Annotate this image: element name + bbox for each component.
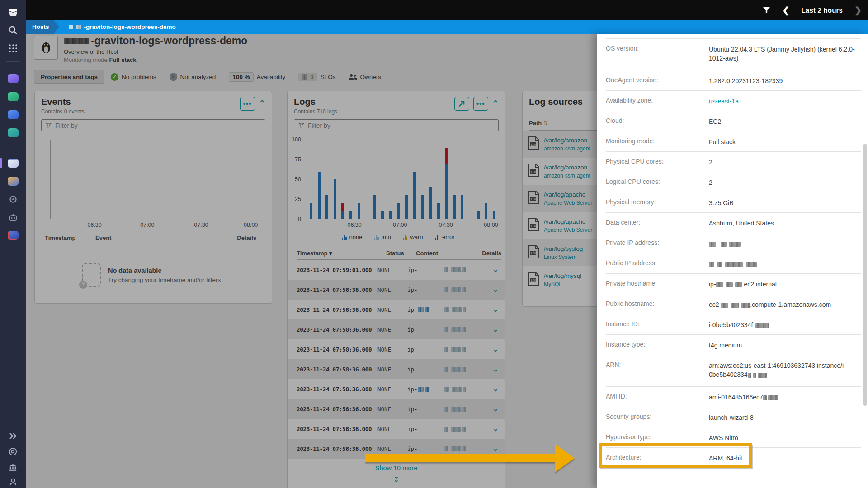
log-bar[interactable] [358,203,360,219]
col-timestamp[interactable]: Timestamp [45,235,95,241]
log-source-path[interactable]: /var/log/apache [544,218,592,225]
deployments-app-icon[interactable] [7,175,19,187]
user-profile-icon[interactable] [7,476,19,488]
row-expand-chevron-icon[interactable]: ⌄ [486,425,505,433]
network-app-icon[interactable] [7,230,19,241]
logs-filter[interactable] [294,119,499,131]
list-item[interactable]: LOG/var/log/amazonamazon-ssm-agent [523,158,597,185]
log-bar[interactable] [461,195,463,219]
row-expand-chevron-icon[interactable]: ⌄ [486,405,505,413]
infrastructure-app-icon[interactable] [7,73,19,84]
timeframe-back-icon[interactable]: ❮ [783,6,790,14]
log-bar[interactable] [318,172,321,219]
table-row[interactable]: 2023-11-24 07:58:36.000NONEip-.⌄ [288,280,505,300]
legend-item-info[interactable]: info [374,234,391,240]
log-source-path[interactable]: /var/log/apache [544,191,592,198]
list-item[interactable]: LOG/var/log/mysqlMySQL [523,266,597,293]
analysis-status[interactable]: Not analyzed [163,73,222,81]
list-item[interactable]: LOG/var/log/syslogLinux System [523,239,597,266]
row-expand-chevron-icon[interactable]: ⌄ [486,325,505,333]
col-path[interactable]: Path ⇅ [529,120,548,127]
expand-double-chevron-icon[interactable]: ⌄⌄ [288,474,505,482]
legend-item-none[interactable]: none [342,234,362,240]
settings-target-icon[interactable] [7,193,19,205]
log-bar[interactable] [493,211,495,219]
table-row[interactable]: 2023-11-24 07:58:36.000NONEip-.⌄ [288,300,505,319]
row-expand-chevron-icon[interactable]: ⌄ [486,305,505,314]
log-bar[interactable] [349,211,352,219]
log-bar[interactable] [477,211,480,219]
timeframe-selector[interactable]: Last 2 hours [801,6,843,14]
log-bar-error[interactable] [445,148,448,164]
availability-zone-link[interactable]: us-east-1a [709,98,739,105]
table-row[interactable]: 2023-11-24 07:58:36.000NONEip-.⌄ [288,379,505,399]
expand-sidebar-icon[interactable] [7,430,19,442]
tab-properties-and-tags[interactable]: Properties and tags [34,70,104,84]
row-expand-chevron-icon[interactable]: ⌄ [486,385,505,393]
list-item[interactable]: LOG/var/log/apacheApache Web Server [523,185,597,212]
table-row[interactable]: 2023-11-24 07:58:36.000NONEip-.⌄ [288,339,505,359]
col-event[interactable]: Event [95,235,237,241]
availability-status[interactable]: 100 % Availability [222,72,292,82]
scrollbar-thumb[interactable] [863,144,867,406]
slo-status[interactable]: 0 SLOs [292,73,342,81]
row-expand-chevron-icon[interactable]: ⌄ [486,365,505,373]
col-content[interactable]: Content [416,250,482,257]
row-expand-chevron-icon[interactable]: ⌄ [486,266,505,274]
log-bar[interactable] [413,172,416,219]
dynatrace-logo-icon[interactable] [7,6,19,18]
search-icon[interactable] [7,24,19,36]
smartscape-app-icon[interactable] [7,109,19,121]
table-row[interactable]: 2023-11-24 07:58:36.000NONEip-.⌄ [288,319,505,339]
dashboards-app-icon[interactable] [7,91,19,103]
log-bar[interactable] [429,187,432,219]
log-bar[interactable] [389,211,392,219]
col-details[interactable]: Details [482,250,501,257]
log-bar[interactable] [334,179,336,219]
events-more-actions-button[interactable]: ••• [240,97,255,111]
logs-collapse-icon[interactable]: ⌃ [492,99,499,108]
log-bar[interactable] [397,203,400,219]
log-bar[interactable] [485,203,487,219]
log-bar[interactable] [381,211,384,219]
filter-icon[interactable] [762,6,771,14]
breadcrumb-hosts[interactable]: Hosts [26,20,59,34]
log-bar[interactable] [405,195,408,219]
log-bar[interactable] [445,164,448,219]
col-details[interactable]: Details [237,235,256,241]
col-timestamp[interactable]: Timestamp ▾ [297,250,386,257]
automation-robot-icon[interactable] [7,211,19,223]
log-source-path[interactable]: /var/log/amazon [544,164,590,171]
events-collapse-icon[interactable]: ⌃ [259,99,265,108]
hosts-app-icon[interactable] [7,157,19,169]
log-source-path[interactable]: /var/log/syslog [544,245,583,252]
owners-status[interactable]: Owners [342,74,388,80]
log-bar[interactable] [437,203,440,219]
apps-grid-icon[interactable] [7,42,19,54]
logs-more-actions-button[interactable]: ••• [473,97,488,111]
account-bank-icon[interactable] [7,461,19,473]
legend-item-warn[interactable]: warn [403,234,423,240]
log-bar[interactable] [310,203,312,219]
table-row[interactable]: 2023-11-24 07:58:36.000NONEip-.⌄ [288,359,505,379]
log-bar[interactable] [421,195,424,219]
table-row[interactable]: 2023-11-24 07:58:36.000NONEip-.⌄ [288,419,505,439]
logs-filter-input[interactable] [308,122,484,129]
log-bar[interactable] [453,195,456,219]
breadcrumb-entity[interactable]: -graviton-logs-wordpress-demo [69,23,176,30]
list-item[interactable]: LOG/var/log/amazonamazon-ssm-agent [523,131,597,158]
log-source-path[interactable]: /var/log/mysql [544,272,581,279]
row-expand-chevron-icon[interactable]: ⌄ [486,345,505,353]
col-status[interactable]: Status [386,250,416,257]
log-bar[interactable] [373,195,376,219]
services-app-icon[interactable] [7,127,19,139]
help-icon[interactable] [7,446,19,457]
events-filter[interactable] [41,119,265,131]
timeframe-forward-icon[interactable]: ❯ [854,6,862,14]
log-source-path[interactable]: /var/log/amazon [544,137,590,144]
list-item[interactable]: LOG/var/log/apacheApache Web Server [523,212,597,239]
row-expand-chevron-icon[interactable]: ⌄ [486,286,505,294]
log-bar[interactable] [326,195,328,219]
table-row[interactable]: 2023-11-24 07:58:36.000NONEip-.⌄ [288,399,505,419]
legend-item-error[interactable]: error [435,234,455,240]
